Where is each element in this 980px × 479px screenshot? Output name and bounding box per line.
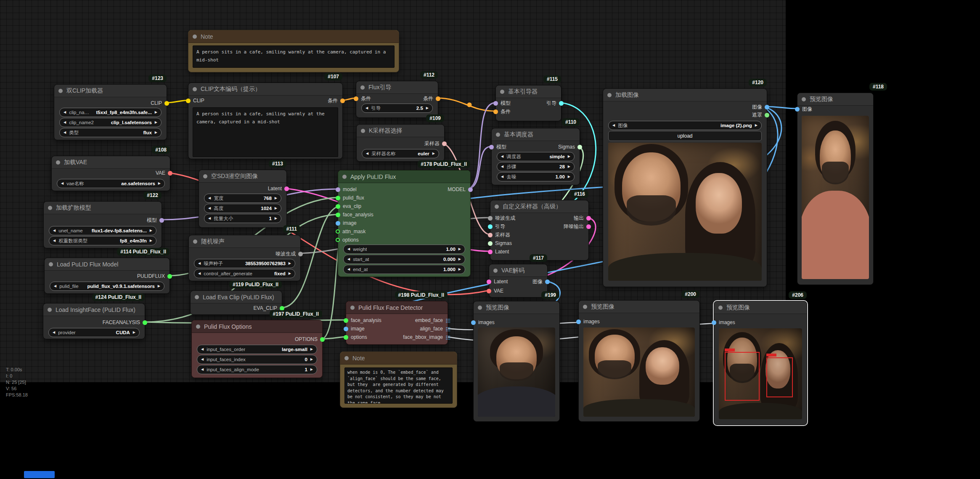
output-port-image[interactable]: 图像 [752, 104, 769, 110]
prev-arrow[interactable]: ◀ [53, 229, 56, 232]
note-text[interactable]: when mode is 0, The `embed_face` and `al… [344, 367, 453, 404]
input-port-model[interactable]: 模型 [493, 100, 511, 106]
node-preview-image-199[interactable]: #199 预览图像 images [473, 301, 560, 422]
prev-arrow[interactable]: ◀ [347, 258, 350, 261]
widget-input-faces-index[interactable]: ◀input_faces_index0▶ [197, 355, 317, 364]
collapse-dot[interactable] [802, 97, 806, 101]
output-port-pulidflux[interactable]: PULIDFLUX [137, 273, 172, 279]
collapse-dot[interactable] [718, 306, 723, 310]
prev-arrow[interactable]: ◀ [54, 285, 56, 288]
next-arrow[interactable]: ▶ [568, 155, 570, 158]
input-port-model[interactable]: model [336, 186, 357, 192]
node-pulid-flux-options[interactable]: #197 PuLID_Flux_ll Pulid Flux Options OP… [191, 320, 323, 378]
widget-clip-name2[interactable]: ◀clip_name2clip_l.safetensors▶ [59, 118, 162, 127]
input-port-sigmas[interactable]: Sigmas [488, 240, 512, 246]
output-port-mask[interactable]: 遮罩 [752, 112, 769, 118]
node-ksampler-select[interactable]: #109 K采样器选择 采样器 ◀采样器名称euler▶ [356, 124, 445, 162]
node-basic-guider[interactable]: #115 基本引导器 模型 条件 引导 [495, 85, 562, 121]
collapse-dot[interactable] [48, 308, 52, 312]
next-arrow[interactable]: ▶ [310, 348, 313, 351]
next-arrow[interactable]: ▶ [275, 197, 277, 200]
prev-arrow[interactable]: ◀ [501, 155, 503, 158]
output-port-output[interactable]: 输出 [574, 215, 591, 221]
prev-arrow[interactable]: ◀ [208, 207, 211, 210]
prev-arrow[interactable]: ◀ [201, 348, 204, 351]
output-port-clip[interactable]: CLIP [151, 100, 169, 106]
output-port-sigmas[interactable]: Sigmas [558, 144, 582, 150]
next-arrow[interactable]: ▶ [275, 207, 277, 210]
widget-steps[interactable]: ◀步骤28▶ [497, 162, 575, 171]
node-apply-pulid-flux[interactable]: #178 PuLID_Flux_ll Apply PuLID Flux mode… [338, 170, 471, 277]
next-arrow[interactable]: ▶ [155, 121, 157, 124]
input-port-image[interactable]: image [344, 326, 365, 332]
next-arrow[interactable]: ▶ [155, 111, 157, 114]
widget-width[interactable]: ◀宽度768▶ [204, 194, 281, 203]
widget-height[interactable]: ◀高度1024▶ [204, 204, 281, 213]
input-port-latent[interactable]: Latent [488, 249, 509, 255]
next-arrow[interactable]: ▶ [432, 152, 435, 155]
node-basic-scheduler[interactable]: #110 基本调度器 模型 Sigmas ◀调度器simple▶ ◀步骤28▶ … [491, 128, 580, 185]
input-port-images[interactable]: images [712, 319, 735, 325]
node-load-pulid-flux-model[interactable]: #114 PuLID_Flux_ll Load PuLID Flux Model… [44, 258, 170, 294]
prev-arrow[interactable]: ◀ [198, 272, 201, 275]
collapse-dot[interactable] [195, 295, 199, 299]
output-port-conditioning[interactable]: 条件 [423, 96, 440, 101]
prev-arrow[interactable]: ◀ [347, 268, 350, 271]
next-arrow[interactable]: ▶ [755, 124, 758, 127]
next-arrow[interactable]: ▶ [458, 258, 461, 261]
prev-arrow[interactable]: ◀ [64, 121, 66, 124]
node-clip-text-encode[interactable]: #107 CLIP文本编码（提示） CLIP 条件 A person sits … [188, 82, 343, 159]
input-port-options[interactable]: options [336, 237, 359, 243]
output-port-denoised[interactable]: 降噪输出 [564, 224, 591, 229]
prev-arrow[interactable]: ◀ [53, 239, 56, 242]
node-pulid-flux-face-detector[interactable]: #198 PuLID_Flux_ll Pulid Flux Face Detec… [346, 301, 448, 345]
input-port-image[interactable]: image [336, 220, 357, 226]
prev-arrow[interactable]: ◀ [201, 368, 204, 371]
input-port-face-analysis[interactable]: face_analysis [344, 317, 381, 323]
input-port-eva-clip[interactable]: eva_clip [336, 203, 361, 209]
widget-vae-name[interactable]: ◀vae名称ae.safetensors▶ [57, 179, 165, 188]
next-arrow[interactable]: ▶ [568, 175, 570, 178]
node-load-diffusion-model[interactable]: #122 加载扩散模型 模型 ◀unet_nameflux1-dev-fp8.s… [43, 201, 162, 248]
node-flux-guidance[interactable]: #112 Flux引导 条件 条件 ◀引导2.5▶ [356, 81, 438, 118]
prev-arrow[interactable]: ◀ [61, 182, 64, 185]
input-port-guider[interactable]: 引导 [488, 224, 505, 229]
collapse-dot[interactable] [342, 175, 347, 179]
collapse-dot[interactable] [350, 306, 355, 310]
collapse-dot[interactable] [496, 133, 500, 137]
widget-weight-dtype[interactable]: ◀权重数据类型fp8_e4m3fn▶ [49, 236, 156, 245]
input-port-model[interactable]: 模型 [489, 144, 506, 150]
widget-scheduler[interactable]: ◀调度器simple▶ [497, 152, 575, 161]
output-port-faceanalysis[interactable]: FACEANALYSIS [103, 319, 147, 325]
node-sampler-custom-advanced[interactable]: #116 自定义采样器（高级） 噪波生成 引导 采样器 Sigmas Laten… [490, 200, 589, 261]
output-port-image[interactable]: 图像 [532, 279, 550, 285]
collapse-dot[interactable] [58, 89, 63, 93]
input-port-images[interactable]: images [576, 319, 600, 325]
output-port-vae[interactable]: VAE [156, 170, 172, 176]
input-port-noise[interactable]: 噪波生成 [488, 215, 515, 221]
widget-start-at[interactable]: ◀start_at0.000▶ [343, 255, 465, 264]
collapse-dot[interactable] [193, 240, 197, 244]
widget-sampler-name[interactable]: ◀采样器名称euler▶ [362, 149, 439, 158]
collapse-dot[interactable] [493, 269, 498, 273]
input-port-attn-mask[interactable]: attn_mask [336, 229, 366, 234]
widget-input-faces-align-mode[interactable]: ◀input_faces_align_mode1▶ [197, 365, 317, 374]
prev-arrow[interactable]: ◀ [366, 152, 368, 155]
next-arrow[interactable]: ▶ [289, 262, 291, 265]
output-port-sampler[interactable]: 采样器 [424, 141, 447, 146]
input-port-sampler[interactable]: 采样器 [488, 232, 510, 238]
widget-pulid-file[interactable]: ◀pulid_filepulid_flux_v0.9.1.safetensors… [50, 282, 164, 291]
prev-arrow[interactable]: ◀ [612, 124, 615, 127]
node-load-insightface[interactable]: #124 PuLID_Flux_ll Load InsightFace (PuL… [43, 303, 145, 339]
input-port-face-analysis[interactable]: face_analysis [336, 212, 373, 218]
next-arrow[interactable]: ▶ [133, 331, 135, 334]
next-arrow[interactable]: ▶ [310, 368, 313, 371]
input-port-pulid-flux[interactable]: pulid_flux [336, 195, 364, 201]
prev-arrow[interactable]: ◀ [64, 131, 66, 134]
collapse-dot[interactable] [360, 85, 365, 90]
node-dualclip-loader[interactable]: #123 双CLIP加载器 CLIP ◀clip_name1t5xxl_fp8_… [54, 84, 167, 140]
next-arrow[interactable]: ▶ [568, 165, 570, 168]
input-port-clip[interactable]: CLIP [186, 98, 204, 104]
collapse-dot[interactable] [361, 129, 365, 133]
widget-denoise[interactable]: ◀去噪1.00▶ [497, 172, 575, 181]
